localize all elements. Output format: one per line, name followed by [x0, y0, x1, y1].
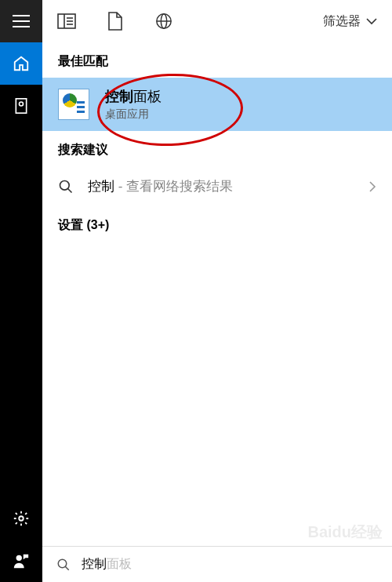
best-match-header: 最佳匹配 — [42, 42, 392, 78]
search-suggestions-header: 搜索建议 — [42, 131, 392, 166]
svg-point-1 — [20, 102, 24, 106]
document-icon — [107, 12, 123, 31]
result-title: 控制面板 — [105, 87, 162, 106]
results-area: 最佳匹配 控制面板 桌面应用 搜索建议 控制 - 查看网络搜索结果 — [42, 42, 392, 546]
topbar-news-button[interactable] — [56, 11, 77, 31]
web-suggestion[interactable]: 控制 - 查看网络搜索结果 — [42, 166, 392, 206]
settings-header[interactable]: 设置 (3+) — [42, 206, 392, 242]
svg-line-13 — [68, 188, 72, 192]
sidebar-apps[interactable] — [0, 85, 42, 127]
hamburger-menu[interactable] — [0, 0, 42, 42]
sidebar-settings[interactable] — [0, 497, 42, 540]
search-icon — [56, 558, 71, 572]
apps-icon — [13, 97, 29, 115]
sidebar — [0, 0, 42, 582]
gear-icon — [13, 510, 30, 527]
home-icon — [13, 55, 30, 72]
person-feedback-icon — [13, 552, 30, 569]
sidebar-feedback[interactable] — [0, 540, 42, 582]
result-subtitle: 桌面应用 — [105, 107, 162, 122]
topbar: 筛选器 — [42, 0, 392, 42]
filter-dropdown[interactable]: 筛选器 — [323, 13, 378, 30]
svg-line-15 — [65, 566, 69, 570]
svg-point-2 — [19, 516, 24, 521]
hamburger-icon — [13, 15, 30, 27]
news-icon — [57, 13, 76, 29]
suggestion-text: 控制 - 查看网络搜索结果 — [88, 177, 233, 195]
main-panel: 筛选器 最佳匹配 控制面板 桌面应用 搜索建议 控制 - 查看网络搜索结 — [42, 0, 392, 582]
chevron-down-icon — [365, 17, 378, 25]
topbar-web-button[interactable] — [154, 11, 174, 31]
search-input-text: 控制面板 — [82, 556, 132, 573]
best-match-result[interactable]: 控制面板 桌面应用 — [42, 78, 392, 131]
svg-point-14 — [58, 559, 67, 568]
globe-icon — [155, 13, 172, 30]
sidebar-home[interactable] — [0, 42, 42, 85]
search-bar[interactable]: 控制面板 — [42, 546, 392, 582]
svg-point-3 — [16, 555, 22, 561]
topbar-document-button[interactable] — [105, 11, 125, 31]
filter-label: 筛选器 — [323, 13, 361, 30]
search-icon — [58, 179, 74, 195]
svg-point-12 — [60, 180, 70, 190]
control-panel-icon — [58, 89, 89, 120]
chevron-right-icon — [368, 180, 376, 193]
